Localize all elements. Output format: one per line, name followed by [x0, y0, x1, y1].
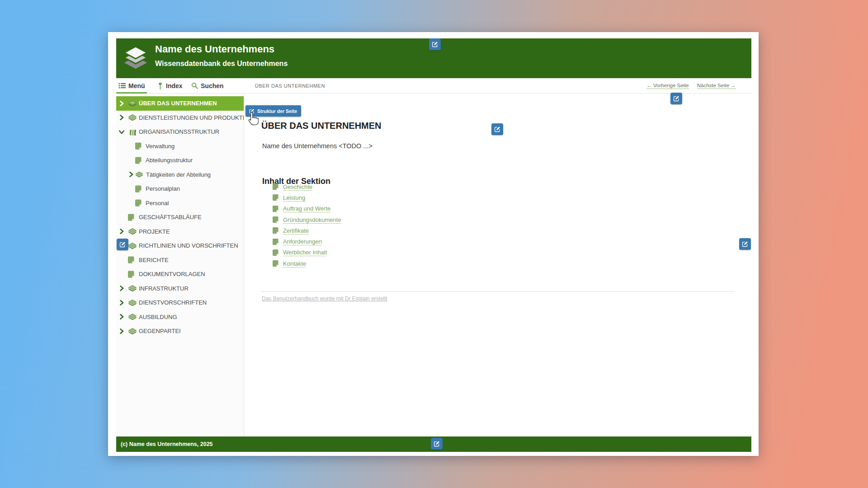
tab-menu-label: Menü	[128, 82, 145, 89]
content-link-label[interactable]: Werblicher Inhalt	[283, 249, 327, 256]
chevron-right-icon	[119, 115, 124, 120]
content-link-geschichte[interactable]: Geschichte	[273, 181, 341, 192]
edit-icon	[432, 41, 438, 47]
generator-credit-link[interactable]: Das Benutzerhandbuch wurde mit Dr.Explai…	[262, 296, 387, 302]
chevron-right-icon	[119, 101, 124, 106]
page-icon	[273, 260, 278, 267]
sidebar-item-label: DIENSTVORSCHRIFTEN	[139, 299, 207, 306]
sidebar-item-dienstleistungen-und-produkte[interactable]: DIENSTLEISTUNGEN UND PRODUKTE	[116, 111, 244, 125]
sidebar-item-label: DOKUMENTVORLAGEN	[139, 271, 205, 277]
chapter-icon	[135, 171, 143, 178]
sidebar-item-verwaltung[interactable]: Verwaltung	[116, 139, 244, 154]
content-link-label[interactable]: Leistung	[283, 194, 305, 201]
edit-icon	[742, 241, 748, 247]
sidebar-item-personalplan[interactable]: Personalplan	[116, 182, 244, 196]
tab-search-label: Suchen	[201, 82, 224, 89]
chevron-right-icon	[119, 300, 124, 305]
previous-page-link[interactable]: ← Vorherige Seite	[646, 83, 689, 89]
chevron-right-icon	[119, 286, 124, 291]
edit-icon	[673, 95, 679, 102]
tab-menu[interactable]: Menü	[118, 78, 145, 93]
page-icon	[273, 183, 278, 190]
hand-cursor-icon	[246, 112, 259, 127]
sidebar-item-ausbildung[interactable]: AUSBILDUNG	[116, 310, 244, 324]
sidebar-item-dokumentvorlagen[interactable]: DOKUMENTVORLAGEN	[116, 267, 244, 282]
content-link-leistung[interactable]: Leistung	[273, 192, 341, 203]
sidebar-item-geschaeftsablaeufe[interactable]: GESCHÄFTSABLÄUFE	[116, 210, 244, 225]
content-link-label[interactable]: Auftrag und Werte	[283, 205, 330, 212]
sidebar-item-label: GEGENPARTEI	[139, 328, 181, 334]
chapter-icon	[128, 228, 137, 235]
content-link-auftrag-und-werte[interactable]: Auftrag und Werte	[273, 203, 341, 214]
sidebar-item-ueber-das-unternehmen[interactable]: ÜBER DAS UNTERNEHMEN	[116, 96, 244, 111]
content-link-werblicher-inhalt[interactable]: Werblicher Inhalt	[273, 247, 341, 258]
page-icon	[135, 199, 142, 206]
chapter-icon	[128, 285, 137, 292]
sidebar-item-infrastruktur[interactable]: INFRASTRUKTUR	[116, 282, 244, 296]
sidebar-item-abteilungsstruktur[interactable]: Abteilungsstruktur	[116, 153, 244, 168]
chapter-icon	[128, 313, 137, 320]
sidebar-item-label: ÜBER DAS UNTERNEHMEN	[139, 100, 217, 107]
sidebar-item-taetigkeiten-der-abteilung[interactable]: Tätigkeiten der Abteilung	[116, 168, 244, 182]
pin-icon	[157, 82, 163, 89]
sidebar-item-richtlinien-und-vorschriften[interactable]: RICHTLINIEN UND VORSCHRIFTEN	[116, 239, 244, 253]
sidebar-item-label: PROJEKTE	[139, 228, 170, 235]
site-subtitle: Wissensdatenbank des Unternehmens	[155, 59, 288, 68]
content-link-label[interactable]: Kontakte	[283, 260, 306, 267]
search-icon	[191, 82, 198, 89]
page-title: ÜBER DAS UNTERNEHMEN	[261, 121, 382, 131]
sidebar-item-personal[interactable]: Personal	[116, 196, 244, 211]
copyright-text: (c) Name des Unternehmens, 2025	[121, 441, 213, 447]
tab-search[interactable]: Suchen	[191, 78, 224, 93]
page-icon	[273, 227, 278, 234]
sidebar-item-label: Verwaltung	[146, 143, 175, 150]
sidebar-item-dienstvorschriften[interactable]: DIENSTVORSCHRIFTEN	[116, 296, 244, 310]
content-link-label[interactable]: Zertifikate	[283, 227, 309, 234]
sidebar-item-label: Personal	[146, 200, 169, 206]
sidebar-item-gegenpartei[interactable]: GEGENPARTEI	[116, 324, 244, 338]
chapter-icon	[128, 328, 137, 335]
content-link-label[interactable]: Anforderungen	[283, 238, 322, 245]
edit-header-button[interactable]	[429, 38, 441, 50]
page-icon	[273, 249, 278, 256]
open-chapter-icon	[128, 128, 137, 136]
page-icon	[128, 256, 134, 263]
page-paragraph: Name des Unternehmens <TODO ...>	[262, 142, 373, 150]
content-link-kontakte[interactable]: Kontakte	[273, 258, 341, 269]
chapter-icon	[128, 242, 137, 249]
toc-sidebar: ÜBER DAS UNTERNEHMEN DIENSTLEISTUNGEN UN…	[116, 94, 244, 436]
content-area: Struktur der Seite ÜBER DAS UNTERNEHMEN …	[244, 94, 751, 436]
site-title: Name des Unternehmens	[155, 43, 274, 55]
chevron-right-icon	[119, 314, 124, 319]
sidebar-item-label: Abteilungsstruktur	[146, 157, 193, 164]
sidebar-item-berichte[interactable]: BERICHTE	[116, 253, 244, 267]
page-icon	[135, 185, 142, 192]
next-page-link[interactable]: Nächste Seite →	[697, 83, 736, 89]
page-icon	[273, 194, 278, 201]
help-window: Name des Unternehmens Wissensdatenbank d…	[108, 32, 759, 456]
chevron-right-icon	[119, 229, 124, 234]
sidebar-item-projekte[interactable]: PROJEKTE	[116, 225, 244, 239]
edit-sidebar-button[interactable]	[117, 239, 128, 250]
edit-footer-button[interactable]	[431, 438, 443, 450]
content-link-gruendungsdokumente[interactable]: Gründungsdokumente	[273, 214, 341, 225]
sidebar-item-label: INFRASTRUKTUR	[139, 285, 189, 292]
content-link-label[interactable]: Geschichte	[283, 183, 312, 190]
content-link-zertifikate[interactable]: Zertifikate	[273, 225, 341, 236]
edit-icon	[434, 441, 440, 447]
content-link-anforderungen[interactable]: Anforderungen	[273, 236, 341, 247]
page-navigation: ← Vorherige Seite Nächste Seite →	[646, 78, 736, 93]
tab-index[interactable]: Index	[157, 78, 183, 93]
edit-pager-button[interactable]	[670, 93, 682, 104]
company-logo-layers-icon	[122, 45, 150, 71]
sidebar-item-label: ORGANISATIONSSTRUKTUR	[139, 128, 219, 135]
content-link-label[interactable]: Gründungsdokumente	[283, 216, 341, 223]
page-icon	[135, 142, 142, 150]
chapter-icon	[128, 299, 137, 306]
menu-list-icon	[118, 83, 126, 89]
edit-heading-button[interactable]	[491, 123, 503, 135]
page-icon	[135, 157, 142, 164]
page-icon	[273, 238, 278, 245]
sidebar-item-organisationsstruktur[interactable]: ORGANISATIONSSTRUKTUR	[116, 125, 244, 139]
edit-content-button[interactable]	[739, 238, 751, 250]
